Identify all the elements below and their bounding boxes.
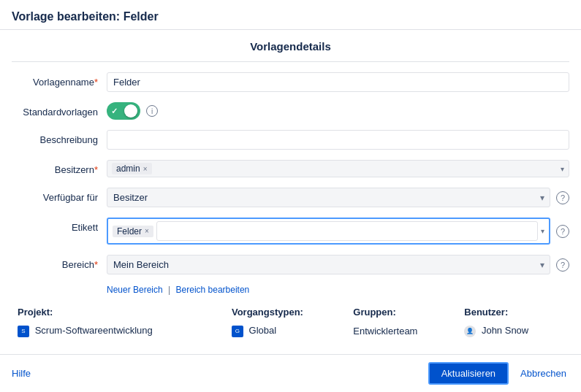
- col-vorgangstypen: Vorgangstypen:: [226, 304, 347, 320]
- beschreibung-label: Beschreibung: [12, 130, 107, 145]
- neuer-bereich-link[interactable]: Neuer Bereich: [107, 285, 163, 295]
- verfuegbar-help-icon[interactable]: ?: [556, 191, 569, 204]
- etikett-tag: Felder ×: [113, 226, 153, 237]
- standardvorlagen-label: Standardvorlagen: [12, 102, 107, 118]
- etikett-input[interactable]: [156, 221, 538, 241]
- besitzern-control: admin × ▾: [107, 160, 569, 177]
- vorlagenname-row: Vorlagenname*: [12, 72, 569, 92]
- besitzern-select[interactable]: admin × ▾: [107, 160, 569, 177]
- bereich-select-wrapper: Mein Bereich Globaler Bereich: [107, 255, 550, 274]
- bereich-select[interactable]: Mein Bereich Globaler Bereich: [107, 255, 550, 274]
- verfuegbar-select[interactable]: Besitzer Alle: [107, 188, 550, 207]
- vorlagenname-label: Vorlagenname*: [12, 72, 107, 88]
- etikett-label: Etikett: [12, 218, 107, 233]
- page-wrapper: Vorlage bearbeiten: Felder Vorlagendetai…: [0, 0, 581, 392]
- besitzern-tag: admin ×: [112, 163, 152, 174]
- besitzern-tag-remove[interactable]: ×: [143, 165, 148, 173]
- vorlagenname-control: [107, 72, 569, 92]
- table-row: S Scrum-Softwareentwicklung G Global Ent…: [12, 320, 569, 342]
- page-header: Vorlage bearbeiten: Felder: [0, 0, 581, 29]
- etikett-tag-remove[interactable]: ×: [145, 227, 149, 235]
- page-title: Vorlage bearbeiten: Felder: [12, 10, 569, 23]
- standardvorlagen-control: ✓ i: [107, 102, 569, 120]
- etikett-tags-input[interactable]: Felder × ▾: [107, 218, 550, 245]
- etikett-help-icon[interactable]: ?: [556, 225, 569, 238]
- beschreibung-row: Beschreibung: [12, 130, 569, 150]
- verfuegbar-label: Verfügbar für: [12, 188, 107, 203]
- main-content: Vorlagendetails Vorlagenname* Standardvo…: [0, 29, 581, 354]
- cancel-button[interactable]: Abbrechen: [517, 364, 569, 383]
- etikett-row: Etikett Felder × ▾ ?: [12, 218, 569, 245]
- beschreibung-input[interactable]: [107, 130, 569, 150]
- section-title: Vorlagendetails: [12, 30, 569, 62]
- toggle-knob: [124, 104, 137, 118]
- footer: Hilfe Aktualisieren Abbrechen: [0, 354, 581, 392]
- standardvorlagen-row: Standardvorlagen ✓ i: [12, 102, 569, 120]
- besitzern-label: Besitzern*: [12, 160, 107, 175]
- help-button[interactable]: Hilfe: [12, 368, 31, 379]
- col-projekt: Projekt:: [12, 304, 226, 320]
- footer-actions: Aktualisieren Abbrechen: [428, 362, 569, 385]
- project-icon: S: [18, 326, 29, 337]
- col-gruppen: Gruppen:: [347, 304, 458, 320]
- user-avatar-icon: 👤: [464, 326, 476, 337]
- besitzern-row: Besitzern* admin × ▾: [12, 160, 569, 177]
- bereich-label: Bereich*: [12, 255, 107, 270]
- vorlagenname-input[interactable]: [107, 72, 569, 92]
- cell-gruppen: Entwicklerteam: [347, 320, 458, 342]
- vorgangstype-icon: G: [232, 326, 243, 337]
- bereich-control: Mein Bereich Globaler Bereich ?: [107, 255, 569, 274]
- col-benutzer: Benutzer:: [458, 304, 569, 320]
- cell-projekt: S Scrum-Softwareentwicklung: [12, 320, 226, 342]
- update-button[interactable]: Aktualisieren: [428, 362, 509, 385]
- etikett-control: Felder × ▾ ?: [107, 218, 569, 245]
- bereich-help-icon[interactable]: ?: [556, 258, 569, 272]
- form-links: Neuer Bereich | Bereich bearbeiten: [107, 285, 569, 295]
- etikett-dropdown-arrow[interactable]: ▾: [541, 227, 544, 235]
- verfuegbar-control: Besitzer Alle ?: [107, 188, 569, 207]
- verfuegbar-select-wrapper: Besitzer Alle: [107, 188, 550, 207]
- cell-vorgangstypen: G Global: [226, 320, 347, 342]
- bereich-row: Bereich* Mein Bereich Globaler Bereich ?: [12, 255, 569, 274]
- verfuegbar-row: Verfügbar für Besitzer Alle ?: [12, 188, 569, 207]
- standardvorlagen-toggle[interactable]: ✓: [107, 102, 140, 120]
- bereich-bearbeiten-link[interactable]: Bereich bearbeiten: [176, 285, 250, 295]
- besitzern-dropdown-arrow: ▾: [561, 165, 564, 173]
- standardvorlagen-info-icon[interactable]: i: [146, 105, 158, 117]
- beschreibung-control: [107, 130, 569, 150]
- project-table: Projekt: Vorgangstypen: Gruppen: Benutze…: [12, 304, 569, 342]
- toggle-check-icon: ✓: [111, 107, 118, 116]
- cell-benutzer: 👤 John Snow: [458, 320, 569, 342]
